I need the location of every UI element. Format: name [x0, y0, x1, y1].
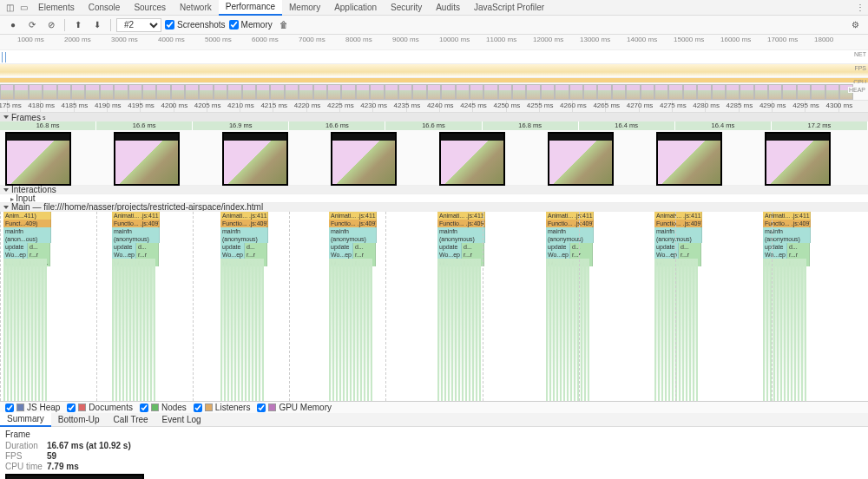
- gc-button[interactable]: 🗑: [276, 17, 292, 33]
- devtools-tabs: ◫ ▭ Elements Console Sources Network Per…: [0, 0, 868, 16]
- tab-calltree[interactable]: Call Tree: [107, 413, 155, 426]
- tab-console[interactable]: Console: [82, 0, 128, 15]
- overview-filmstrip[interactable]: HEAP: [0, 83, 868, 101]
- tab-jsprofiler[interactable]: JavaScript Profiler: [467, 0, 551, 15]
- fps-strip[interactable]: FPS: [0, 64, 868, 78]
- tab-network[interactable]: Network: [173, 0, 219, 15]
- tab-application[interactable]: Application: [327, 0, 384, 15]
- tab-summary[interactable]: Summary: [0, 412, 51, 427]
- device-icon[interactable]: ▭: [17, 2, 30, 14]
- more-icon[interactable]: ⋮: [854, 2, 866, 14]
- legend-listeners[interactable]: Listeners: [194, 403, 251, 412]
- tab-bottomup[interactable]: Bottom-Up: [51, 413, 107, 426]
- detail-ruler[interactable]: 4175 ms4180 ms4185 ms4190 ms4195 ms4200 …: [0, 101, 868, 113]
- frames-row[interactable]: 16.8 ms16.6 ms16.9 ms16.6 ms16.6 ms16.8 …: [0, 121, 868, 186]
- tab-elements[interactable]: Elements: [31, 0, 82, 15]
- settings-icon[interactable]: ⚙: [847, 17, 863, 33]
- legend-js-heap[interactable]: JS Heap: [5, 403, 60, 412]
- screenshots-checkbox[interactable]: Screenshots: [165, 20, 226, 30]
- tab-memory[interactable]: Memory: [282, 0, 327, 15]
- load-button[interactable]: ⬆: [70, 17, 86, 33]
- legend-documents[interactable]: Documents: [67, 403, 133, 412]
- net-strip[interactable]: NET: [0, 50, 868, 64]
- flame-chart[interactable]: Anim...411)Funct...409)mainfn(anon...ous…: [0, 212, 868, 401]
- tab-security[interactable]: Security: [384, 0, 429, 15]
- overview-ruler[interactable]: 1000 ms2000 ms3000 ms4000 ms5000 ms6000 …: [0, 35, 868, 50]
- reload-button[interactable]: ⟳: [24, 17, 40, 33]
- interactions-header[interactable]: Interactions: [0, 186, 868, 194]
- clear-button[interactable]: ⊘: [43, 17, 59, 33]
- summary-panel: Frame Duration16.67 ms (at 10.92 s) FPS5…: [0, 427, 868, 479]
- perf-toolbar: ● ⟳ ⊘ ⬆ ⬇ #2 Screenshots Memory 🗑 ⚙: [0, 16, 868, 35]
- legend-gpu-memory[interactable]: GPU Memory: [257, 403, 332, 412]
- tab-sources[interactable]: Sources: [127, 0, 173, 15]
- summary-thumb: [5, 474, 144, 479]
- recording-select[interactable]: #2: [116, 18, 161, 32]
- bottom-tabs: Summary Bottom-Up Call Tree Event Log: [0, 413, 868, 427]
- record-button[interactable]: ●: [5, 17, 21, 33]
- summary-title: Frame: [5, 430, 863, 439]
- legend-nodes[interactable]: Nodes: [140, 403, 187, 412]
- input-row: ▸ Input: [0, 194, 868, 203]
- inspect-icon[interactable]: ◫: [3, 2, 16, 14]
- save-button[interactable]: ⬇: [89, 17, 105, 33]
- tab-audits[interactable]: Audits: [429, 0, 467, 15]
- memory-checkbox[interactable]: Memory: [229, 20, 273, 30]
- tab-performance[interactable]: Performance: [219, 0, 282, 16]
- memory-legend: JS Heap Documents Nodes Listeners GPU Me…: [0, 401, 868, 413]
- main-header[interactable]: Main — file:///home/nasser/projects/rest…: [0, 203, 868, 212]
- tab-eventlog[interactable]: Event Log: [155, 413, 208, 426]
- frames-header[interactable]: Frames s: [0, 113, 868, 121]
